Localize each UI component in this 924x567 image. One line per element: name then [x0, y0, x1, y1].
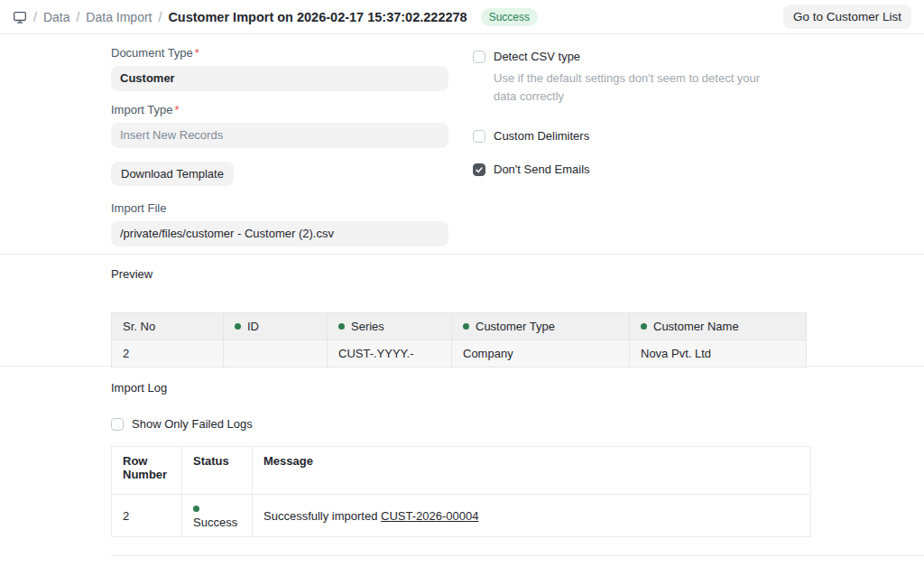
checkbox-icon[interactable]	[473, 130, 485, 143]
column-header-series: Series	[328, 313, 452, 340]
breadcrumb-separator: /	[33, 10, 37, 24]
header-bar: / Data / Data Import / Customer Import o…	[0, 0, 924, 34]
mapped-column-dot-icon	[641, 323, 647, 330]
required-asterisk: *	[195, 46, 199, 60]
log-header-row-number: Row Number	[112, 447, 182, 495]
import-file-input[interactable]: /private/files/customer - Customer (2).c…	[111, 221, 448, 246]
column-header-sr-no: Sr. No	[112, 313, 224, 340]
section-divider	[111, 555, 924, 556]
status-badge: Success	[481, 8, 538, 26]
import-log-heading: Import Log	[111, 381, 924, 395]
checkbox-label: Don't Send Emails	[494, 163, 590, 176]
column-header-customer-type: Customer Type	[452, 313, 630, 340]
desk-home-icon[interactable]	[13, 10, 27, 24]
form-left-column: Document Type* Customer Import Type* Ins…	[111, 46, 448, 239]
import-log-section: Import Log Show Only Failed Logs Row Num…	[0, 367, 924, 556]
cell-customer-name: Nova Pvt. Ltd	[630, 340, 807, 367]
log-cell-row-number: 2	[112, 495, 182, 537]
breadcrumb-separator: /	[159, 10, 162, 24]
breadcrumb-data-import[interactable]: Data Import	[86, 10, 152, 24]
document-type-field: Document Type* Customer	[111, 46, 448, 91]
cell-sr-no: 2	[112, 340, 224, 367]
log-header-row: Row Number Status Message	[112, 447, 811, 495]
column-header-id: ID	[224, 313, 328, 340]
cell-customer-type: Company	[452, 340, 630, 367]
import-type-label: Import Type*	[111, 103, 448, 116]
checkbox-icon[interactable]	[473, 51, 485, 63]
preview-section: Preview Sr. No ID Series Customer Type C…	[0, 255, 924, 367]
checkbox-label: Custom Delimiters	[494, 129, 589, 143]
column-header-label: Series	[351, 320, 384, 333]
checkbox-label: Detect CSV type	[494, 50, 580, 63]
preview-table: Sr. No ID Series Customer Type Customer …	[111, 312, 807, 367]
import-log-table: Row Number Status Message 2 Success Succ…	[111, 446, 811, 537]
checkbox-label: Show Only Failed Logs	[132, 417, 253, 431]
column-header-label: Customer Type	[476, 320, 555, 333]
preview-data-row: 2 CUST-.YYYY.- Company Nova Pvt. Ltd	[112, 340, 807, 367]
field-label-text: Import Type	[111, 103, 172, 116]
log-cell-status: Success	[182, 495, 253, 537]
import-type-field: Import Type* Insert New Records	[111, 103, 448, 148]
column-header-label: Sr. No	[123, 320, 155, 333]
required-asterisk: *	[174, 103, 179, 116]
mapped-column-dot-icon	[338, 323, 345, 330]
detect-csv-description: Use if the default settings don't seem t…	[494, 70, 782, 106]
column-header-label: Customer Name	[653, 320, 739, 333]
column-header-customer-name: Customer Name	[630, 313, 807, 340]
import-file-field: Import File /private/files/customer - Cu…	[111, 201, 448, 246]
import-settings-section: Document Type* Customer Import Type* Ins…	[0, 34, 924, 255]
cell-series: CUST-.YYYY.-	[328, 340, 452, 367]
breadcrumb-separator: /	[76, 10, 79, 24]
page-title: Customer Import on 2026-02-17 15:37:02.2…	[168, 10, 467, 24]
detect-csv-type-group: Detect CSV type Use if the default setti…	[473, 50, 789, 106]
download-template-button[interactable]: Download Template	[111, 162, 234, 186]
log-header-status: Status	[182, 447, 253, 495]
checkbox-icon[interactable]	[111, 418, 124, 431]
log-data-row: 2 Success Successfully imported CUST-202…	[112, 495, 811, 537]
breadcrumb: / Data / Data Import / Customer Import o…	[13, 8, 538, 26]
log-header-message: Message	[253, 447, 811, 495]
preview-heading: Preview	[111, 267, 924, 281]
breadcrumb-data[interactable]: Data	[43, 10, 70, 24]
column-header-label: ID	[247, 320, 259, 333]
success-dot-icon	[193, 506, 199, 512]
import-file-label: Import File	[111, 201, 448, 215]
field-label-text: Document Type	[111, 46, 193, 60]
custom-delimiters-checkbox[interactable]: Custom Delimiters	[473, 129, 789, 143]
preview-header-row: Sr. No ID Series Customer Type Customer …	[112, 313, 807, 340]
log-cell-message: Successfully imported CUST-2026-00004	[253, 495, 811, 537]
show-only-failed-logs-checkbox[interactable]: Show Only Failed Logs	[111, 417, 924, 431]
mapped-column-dot-icon	[235, 323, 241, 330]
document-type-label: Document Type*	[111, 46, 448, 60]
message-text: Successfully imported	[263, 509, 381, 523]
status-text: Success	[193, 516, 237, 529]
mapped-column-dot-icon	[463, 323, 469, 330]
import-type-input[interactable]: Insert New Records	[111, 123, 448, 148]
checkbox-icon[interactable]	[473, 163, 485, 176]
form-right-column: Detect CSV type Use if the default setti…	[473, 46, 789, 239]
go-to-customer-list-button[interactable]: Go to Customer List	[783, 5, 911, 29]
imported-record-link[interactable]: CUST-2026-00004	[381, 509, 478, 523]
detect-csv-type-checkbox[interactable]: Detect CSV type	[473, 50, 789, 63]
cell-id	[224, 340, 328, 367]
dont-send-emails-checkbox[interactable]: Don't Send Emails	[473, 163, 789, 176]
document-type-input[interactable]: Customer	[111, 66, 448, 91]
